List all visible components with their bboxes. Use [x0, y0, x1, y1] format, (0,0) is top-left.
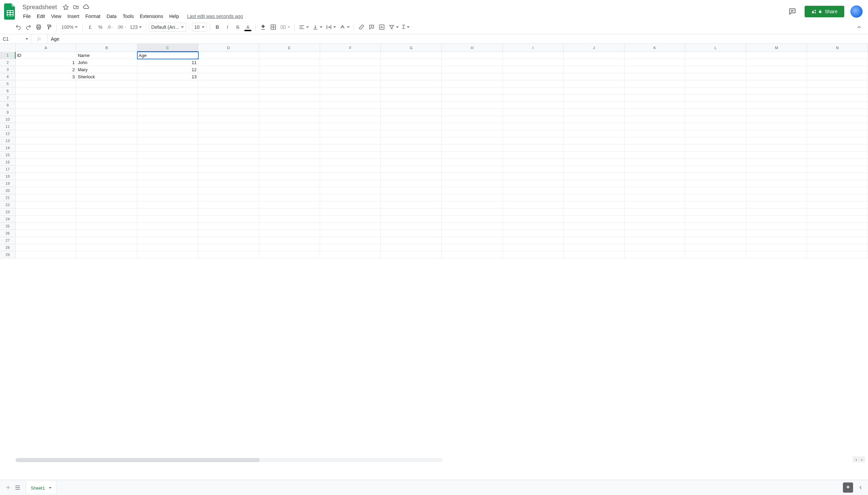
- cell[interactable]: [625, 123, 685, 130]
- cell[interactable]: [563, 187, 625, 194]
- text-wrap-dropdown[interactable]: [324, 22, 337, 32]
- text-color-button[interactable]: A: [243, 22, 253, 32]
- cell[interactable]: [76, 116, 137, 123]
- cell[interactable]: [685, 80, 746, 87]
- cell[interactable]: [16, 123, 76, 130]
- cell[interactable]: [563, 66, 625, 73]
- cell[interactable]: [563, 80, 625, 87]
- cell[interactable]: [807, 223, 868, 230]
- cell[interactable]: [198, 80, 259, 87]
- cell[interactable]: [685, 102, 746, 109]
- cell[interactable]: [746, 251, 807, 258]
- cell[interactable]: [503, 130, 564, 137]
- cell[interactable]: [442, 223, 503, 230]
- cell[interactable]: [137, 159, 198, 166]
- row-header[interactable]: 9: [0, 109, 16, 116]
- cell[interactable]: [259, 109, 320, 116]
- cell[interactable]: [259, 216, 320, 223]
- row-header[interactable]: 13: [0, 137, 16, 144]
- cell[interactable]: [503, 95, 564, 102]
- row-header[interactable]: 29: [0, 251, 16, 258]
- cell[interactable]: [381, 123, 442, 130]
- cell[interactable]: [746, 208, 807, 216]
- cell[interactable]: [320, 187, 381, 194]
- cell[interactable]: Sherlock: [76, 73, 137, 80]
- cell[interactable]: [381, 208, 442, 216]
- column-header[interactable]: C: [137, 44, 198, 52]
- cell[interactable]: [625, 130, 685, 137]
- cell[interactable]: [442, 144, 503, 152]
- cell[interactable]: [259, 237, 320, 244]
- cell[interactable]: [259, 102, 320, 109]
- fill-color-button[interactable]: [258, 22, 268, 32]
- move-folder-icon[interactable]: [72, 4, 79, 11]
- cell[interactable]: [259, 123, 320, 130]
- cloud-status-icon[interactable]: [83, 4, 89, 11]
- cell[interactable]: [807, 80, 868, 87]
- cell[interactable]: [746, 66, 807, 73]
- cell[interactable]: [76, 187, 137, 194]
- horizontal-align-dropdown[interactable]: [297, 22, 310, 32]
- cell[interactable]: [807, 216, 868, 223]
- cell[interactable]: [137, 87, 198, 95]
- cell[interactable]: [381, 137, 442, 144]
- cell[interactable]: [381, 180, 442, 187]
- cell[interactable]: [746, 130, 807, 137]
- cell[interactable]: [807, 59, 868, 66]
- cell[interactable]: [320, 251, 381, 258]
- cell[interactable]: [259, 144, 320, 152]
- cell[interactable]: [198, 87, 259, 95]
- cell[interactable]: [746, 173, 807, 180]
- cell[interactable]: [503, 80, 564, 87]
- menu-format[interactable]: Format: [83, 12, 103, 20]
- cell[interactable]: [625, 208, 685, 216]
- cell[interactable]: [198, 73, 259, 80]
- row-header[interactable]: 12: [0, 130, 16, 137]
- cell[interactable]: [685, 52, 746, 59]
- cell[interactable]: [76, 201, 137, 208]
- column-header[interactable]: H: [442, 44, 503, 52]
- cell[interactable]: [381, 59, 442, 66]
- cell[interactable]: [76, 194, 137, 201]
- cell[interactable]: [503, 73, 564, 80]
- cell[interactable]: [381, 159, 442, 166]
- font-family-dropdown[interactable]: Default (Ari...: [149, 23, 186, 32]
- cell[interactable]: [685, 123, 746, 130]
- cell[interactable]: [137, 251, 198, 258]
- cell[interactable]: [503, 244, 564, 251]
- cell[interactable]: [685, 173, 746, 180]
- cell[interactable]: [198, 116, 259, 123]
- text-rotation-dropdown[interactable]: [338, 22, 351, 32]
- cell[interactable]: [625, 244, 685, 251]
- cell[interactable]: [16, 166, 76, 173]
- cell[interactable]: [685, 144, 746, 152]
- cell[interactable]: [685, 109, 746, 116]
- cell[interactable]: [625, 59, 685, 66]
- cell[interactable]: [137, 80, 198, 87]
- cell[interactable]: [259, 180, 320, 187]
- cell[interactable]: 3: [16, 73, 76, 80]
- cell[interactable]: [76, 159, 137, 166]
- cell[interactable]: [625, 52, 685, 59]
- cell[interactable]: [503, 144, 564, 152]
- select-all-corner[interactable]: [0, 44, 16, 52]
- cell[interactable]: [625, 166, 685, 173]
- cell[interactable]: [685, 87, 746, 95]
- column-header[interactable]: A: [16, 44, 76, 52]
- cell[interactable]: [685, 152, 746, 159]
- cell[interactable]: [563, 166, 625, 173]
- cell[interactable]: [381, 251, 442, 258]
- column-header[interactable]: N: [807, 44, 868, 52]
- explore-icon[interactable]: [843, 482, 853, 493]
- cell[interactable]: [442, 66, 503, 73]
- cell[interactable]: [320, 201, 381, 208]
- zoom-dropdown[interactable]: 100%: [59, 22, 80, 32]
- cell[interactable]: [76, 80, 137, 87]
- row-header[interactable]: 27: [0, 237, 16, 244]
- cell[interactable]: [76, 123, 137, 130]
- cell[interactable]: [442, 173, 503, 180]
- cell[interactable]: [137, 152, 198, 159]
- cell[interactable]: [16, 80, 76, 87]
- cell[interactable]: [503, 187, 564, 194]
- cell[interactable]: [503, 109, 564, 116]
